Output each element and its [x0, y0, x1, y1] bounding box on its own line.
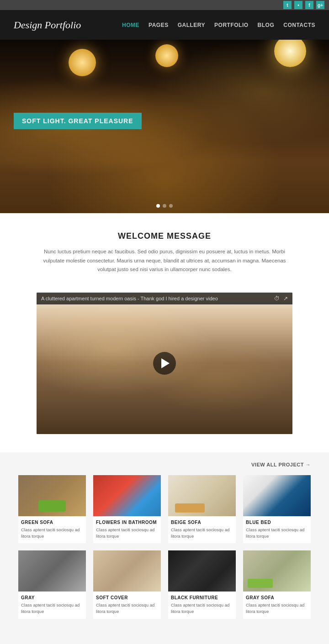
- portfolio-title-black-furniture: BLACK FURNITURE: [171, 595, 233, 600]
- portfolio-header: VIEW ALL PROJECT →: [18, 461, 311, 468]
- portfolio-img-soft-cover: [93, 550, 161, 592]
- video-topbar: A cluttered apartment turned modern oasi…: [37, 293, 292, 304]
- video-section: A cluttered apartment turned modern oasi…: [0, 288, 329, 452]
- facebook-icon[interactable]: f: [305, 1, 313, 9]
- portfolio-img-green-sofa: [18, 475, 86, 516]
- googleplus-icon[interactable]: g+: [316, 1, 324, 9]
- main-nav: HOME PAGES GALLERY PORTFOLIO BLOG CONTAC…: [122, 22, 315, 28]
- hero-dots: [156, 204, 173, 208]
- portfolio-row-1: GREEN SOFA Class aptent taciti sociosqu …: [18, 475, 311, 544]
- portfolio-info-flowers-bathroom: FLOWERS IN BATHROOM Class aptent taciti …: [93, 516, 161, 544]
- hero-section: SOFT LIGHT. GREAT PLEASURE: [0, 40, 329, 213]
- portfolio-item-flowers-bathroom[interactable]: FLOWERS IN BATHROOM Class aptent taciti …: [93, 475, 161, 544]
- video-container[interactable]: A cluttered apartment turned modern oasi…: [37, 293, 292, 434]
- portfolio-img-gray-sofa: [243, 550, 311, 592]
- video-title: A cluttered apartment turned modern oasi…: [41, 296, 218, 301]
- portfolio-info-black-furniture: BLACK FURNITURE Class aptent taciti soci…: [168, 592, 236, 619]
- portfolio-info-gray: GRAY Class aptent taciti sociosqu ad lit…: [18, 592, 86, 619]
- portfolio-desc-beige-sofa: Class aptent taciti sociosqu ad litora t…: [171, 527, 233, 540]
- welcome-title: WELCOME MESSAGE: [37, 231, 292, 241]
- nav-blog[interactable]: BLOG: [258, 22, 275, 28]
- nav-portfolio[interactable]: PORTFOLIO: [214, 22, 249, 28]
- portfolio-desc-soft-cover: Class aptent taciti sociosqu ad litora t…: [96, 602, 158, 615]
- portfolio-title-beige-sofa: BEIGE SOFA: [171, 520, 233, 525]
- portfolio-desc-black-furniture: Class aptent taciti sociosqu ad litora t…: [171, 602, 233, 615]
- nav-contacts[interactable]: CONTACTS: [283, 22, 315, 28]
- dot-3[interactable]: [169, 204, 173, 208]
- portfolio-item-black-furniture[interactable]: BLACK FURNITURE Class aptent taciti soci…: [168, 550, 236, 619]
- portfolio-desc-green-sofa: Class aptent taciti sociosqu ad litora t…: [21, 527, 83, 540]
- top-bar: t • f g+: [0, 0, 329, 10]
- nav-pages[interactable]: PAGES: [149, 22, 169, 28]
- portfolio-desc-gray-sofa: Class aptent taciti sociosqu ad litora t…: [246, 602, 308, 615]
- portfolio-desc-blue-bed: Class aptent taciti sociosqu ad litora t…: [246, 527, 308, 540]
- dot-1[interactable]: [156, 204, 160, 208]
- pendant-light-1: [69, 49, 96, 76]
- portfolio-section: VIEW ALL PROJECT → GREEN SOFA Class apte…: [0, 452, 329, 644]
- portfolio-item-beige-sofa[interactable]: BEIGE SOFA Class aptent taciti sociosqu …: [168, 475, 236, 544]
- play-button[interactable]: [153, 352, 176, 375]
- portfolio-item-blue-bed[interactable]: BLUE BED Class aptent taciti sociosqu ad…: [243, 475, 311, 544]
- portfolio-title-gray: GRAY: [21, 595, 83, 600]
- logo: Design Portfolio: [14, 19, 81, 31]
- nav-home[interactable]: HOME: [122, 22, 139, 28]
- portfolio-item-gray-sofa[interactable]: GRAY SOFA Class aptent taciti sociosqu a…: [243, 550, 311, 619]
- portfolio-img-flowers-bathroom: [93, 475, 161, 516]
- social-icon-2[interactable]: •: [294, 1, 302, 9]
- portfolio-item-green-sofa[interactable]: GREEN SOFA Class aptent taciti sociosqu …: [18, 475, 86, 544]
- video-controls: ⏱ ↗: [274, 295, 288, 302]
- portfolio-img-gray: [18, 550, 86, 592]
- portfolio-info-gray-sofa: GRAY SOFA Class aptent taciti sociosqu a…: [243, 592, 311, 619]
- portfolio-desc-gray: Class aptent taciti sociosqu ad litora t…: [21, 602, 83, 615]
- twitter-icon[interactable]: t: [283, 1, 292, 9]
- portfolio-info-soft-cover: SOFT COVER Class aptent taciti sociosqu …: [93, 592, 161, 619]
- video-share-icon[interactable]: ↗: [283, 295, 288, 302]
- dot-2[interactable]: [163, 204, 166, 208]
- portfolio-img-blue-bed: [243, 475, 311, 516]
- view-all-link[interactable]: VIEW ALL PROJECT →: [251, 462, 311, 467]
- video-background: A cluttered apartment turned modern oasi…: [37, 293, 292, 434]
- portfolio-title-soft-cover: SOFT COVER: [96, 595, 158, 600]
- portfolio-desc-flowers-bathroom: Class aptent taciti sociosqu ad litora t…: [96, 527, 158, 540]
- portfolio-item-soft-cover[interactable]: SOFT COVER Class aptent taciti sociosqu …: [93, 550, 161, 619]
- portfolio-img-beige-sofa: [168, 475, 236, 516]
- hero-label: SOFT LIGHT. GREAT PLEASURE: [14, 113, 142, 129]
- nav-gallery[interactable]: GALLERY: [178, 22, 205, 28]
- portfolio-row-2: GRAY Class aptent taciti sociosqu ad lit…: [18, 550, 311, 619]
- portfolio-title-gray-sofa: GRAY SOFA: [246, 595, 308, 600]
- portfolio-info-beige-sofa: BEIGE SOFA Class aptent taciti sociosqu …: [168, 516, 236, 544]
- welcome-body: Nunc luctus pretium neque ac faucibus. S…: [37, 247, 292, 274]
- portfolio-item-gray[interactable]: GRAY Class aptent taciti sociosqu ad lit…: [18, 550, 86, 619]
- pendant-light-2: [155, 44, 178, 67]
- portfolio-info-blue-bed: BLUE BED Class aptent taciti sociosqu ad…: [243, 516, 311, 544]
- video-time-icon: ⏱: [274, 295, 280, 302]
- portfolio-info-green-sofa: GREEN SOFA Class aptent taciti sociosqu …: [18, 516, 86, 544]
- portfolio-title-green-sofa: GREEN SOFA: [21, 520, 83, 525]
- portfolio-img-black-furniture: [168, 550, 236, 592]
- header: Design Portfolio HOME PAGES GALLERY PORT…: [0, 10, 329, 40]
- welcome-section: WELCOME MESSAGE Nunc luctus pretium nequ…: [0, 213, 329, 288]
- portfolio-title-flowers-bathroom: FLOWERS IN BATHROOM: [96, 520, 158, 525]
- portfolio-title-blue-bed: BLUE BED: [246, 520, 308, 525]
